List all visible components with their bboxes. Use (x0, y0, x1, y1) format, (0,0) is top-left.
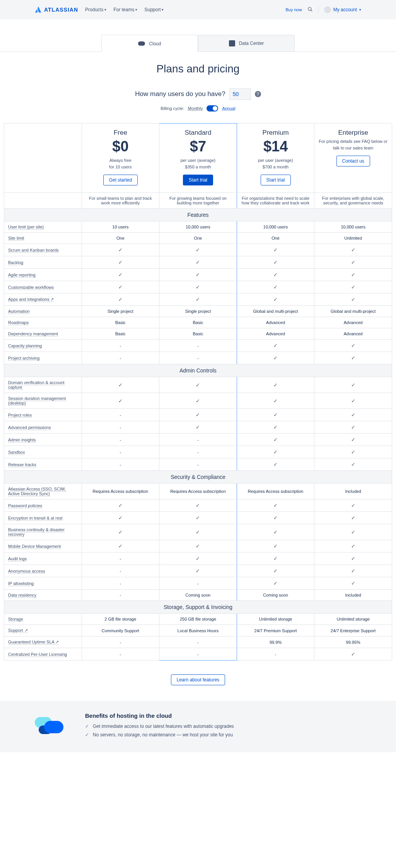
feature-cell: ✓ (237, 458, 314, 471)
my-account-menu[interactable]: My account ▾ (324, 6, 361, 13)
feature-label: Support ↗ (4, 625, 82, 636)
hosting-tabs: Cloud Data Center (0, 35, 396, 52)
billing-toggle[interactable] (207, 105, 218, 112)
feature-cell: Requires Access subscription (159, 484, 237, 499)
feature-label: Atlassian Access (SSO, SCIM, Active Dire… (4, 484, 82, 499)
feature-cell: Included (314, 484, 392, 499)
feature-cell: - (82, 446, 159, 458)
billing-label: Billing cycle: (160, 106, 184, 111)
plan-sub: per user (average)$350 a month (163, 157, 233, 170)
plan-cta-standard[interactable]: Start trial (183, 175, 213, 185)
feature-label: IP allowlisting (4, 577, 82, 590)
feature-cell: ✓ (314, 499, 392, 512)
feature-cell: ✓ (314, 421, 392, 434)
feature-cell: Basic (82, 328, 159, 340)
brand-logo[interactable]: ATLASSIAN (35, 6, 78, 13)
feature-cell: ✓ (82, 524, 159, 540)
nav-divider (318, 6, 319, 13)
feature-cell: 10,000 users (237, 221, 314, 233)
feature-cell: Advanced (314, 317, 392, 328)
nav-for-teams[interactable]: For teams▾ (113, 7, 137, 12)
plan-cta-free[interactable]: Get started (103, 175, 138, 185)
user-count-input[interactable] (229, 88, 251, 100)
tab-cloud[interactable]: Cloud (101, 35, 198, 52)
feature-cell: - (82, 352, 159, 364)
feature-label: Encryption in transit & at rest (4, 512, 82, 524)
nav-products[interactable]: Products▾ (85, 7, 106, 12)
feature-cell: ✓ (314, 540, 392, 552)
chevron-down-icon: ▾ (359, 8, 361, 12)
plan-name: Enterprise (318, 129, 388, 137)
benefits-section: Benefits of hosting in the cloud ✓Get im… (0, 701, 396, 752)
feature-cell: - (82, 458, 159, 471)
tab-data-center[interactable]: Data Center (198, 35, 295, 52)
feature-cell: Advanced (237, 328, 314, 340)
check-icon: ✓ (85, 732, 89, 738)
feature-cell: ✓ (82, 512, 159, 524)
feature-cell: - (159, 577, 237, 590)
feature-cell: ✓ (159, 499, 237, 512)
plan-cta-enterprise[interactable]: Contact us (336, 156, 370, 166)
feature-cell: ✓ (314, 281, 392, 293)
feature-cell: ✓ (159, 293, 237, 306)
feature-cell: - (82, 434, 159, 446)
feature-cell: ✓ (314, 565, 392, 577)
feature-cell: Coming soon (237, 590, 314, 601)
feature-cell: Local Business Hours (159, 625, 237, 636)
feature-label: Admin insights (4, 434, 82, 446)
plan-price: $7 (163, 138, 233, 155)
feature-label: Project roles (4, 409, 82, 421)
search-icon[interactable] (307, 7, 313, 13)
feature-cell: ✓ (237, 256, 314, 269)
plan-name: Standard (163, 129, 233, 137)
feature-cell: ✓ (314, 293, 392, 306)
feature-cell: One (237, 233, 314, 244)
feature-cell: 99.9% (237, 636, 314, 648)
feature-cell: ✓ (237, 244, 314, 256)
billing-monthly[interactable]: Monthly (188, 106, 203, 111)
feature-cell: 99.95% (314, 636, 392, 648)
feature-cell: Advanced (237, 317, 314, 328)
feature-cell: ✓ (159, 512, 237, 524)
feature-cell: ✓ (237, 352, 314, 364)
learn-features-button[interactable]: Learn about features (171, 674, 225, 685)
feature-cell: 24/7 Premium Support (237, 625, 314, 636)
feature-cell: One (82, 233, 159, 244)
feature-cell: Included (314, 590, 392, 601)
chevron-down-icon: ▾ (162, 8, 164, 12)
benefits-title: Benefits of hosting in the cloud (85, 712, 234, 719)
plan-price: $14 (241, 138, 311, 155)
feature-cell: - (159, 636, 237, 648)
benefit-item: ✓No servers, no storage, no maintenance … (85, 732, 234, 738)
feature-cell: ✓ (82, 256, 159, 269)
feature-cell: - (82, 340, 159, 352)
feature-cell: ✓ (314, 458, 392, 471)
feature-cell: ✓ (159, 269, 237, 281)
feature-cell: ✓ (82, 377, 159, 393)
feature-cell: ✓ (314, 244, 392, 256)
plan-cta-premium[interactable]: Start trial (261, 175, 291, 185)
feature-cell: ✓ (237, 393, 314, 409)
billing-annual[interactable]: Annual (222, 106, 235, 111)
feature-label: Project archiving (4, 352, 82, 364)
buy-now-link[interactable]: Buy now (285, 7, 302, 12)
feature-cell: Basic (159, 328, 237, 340)
help-icon[interactable]: ? (255, 91, 261, 97)
feature-cell: ✓ (237, 409, 314, 421)
cloud-art-icon (35, 715, 70, 738)
feature-label: Password policies (4, 499, 82, 512)
feature-cell: Advanced (314, 328, 392, 340)
brand-text: ATLASSIAN (44, 7, 78, 13)
feature-cell: - (82, 565, 159, 577)
nav-support[interactable]: Support▾ (144, 7, 164, 12)
plan-name: Free (86, 129, 155, 137)
feature-label: Mobile Device Management (4, 540, 82, 552)
feature-cell: - (159, 648, 237, 660)
feature-cell: - (159, 340, 237, 352)
feature-cell: One (159, 233, 237, 244)
pricing-table: Free$0Always freefor 10 usersGet started… (4, 123, 392, 660)
avatar-icon (324, 6, 331, 13)
feature-label: Backlog (4, 256, 82, 269)
feature-cell: ✓ (237, 421, 314, 434)
feature-cell: Single project (82, 306, 159, 317)
